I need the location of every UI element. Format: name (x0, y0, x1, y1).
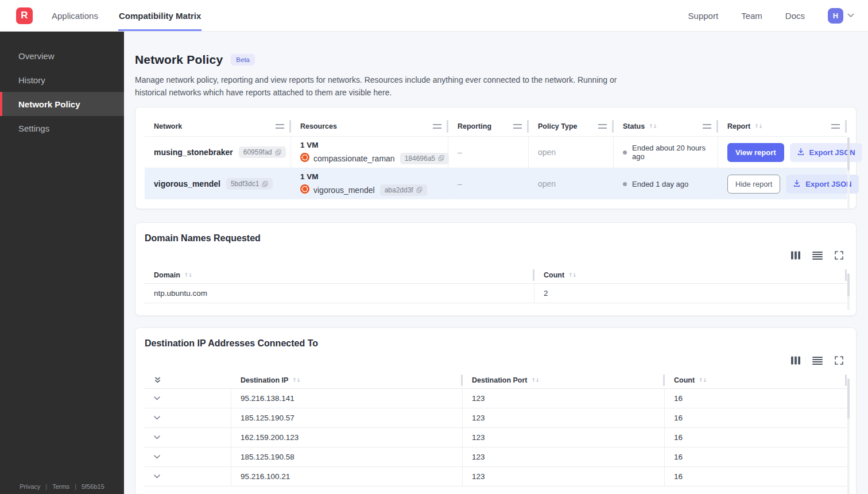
chevron-down-icon[interactable] (154, 474, 160, 478)
network-row: vigorous_mendel 5bdf3dc1 1 VM vigorous_m… (145, 168, 847, 199)
page-description: Manage network policy, reporting and vie… (135, 74, 643, 99)
sort-icon[interactable]: ↑↓ (184, 272, 192, 278)
column-header-expand-all (145, 372, 231, 388)
chevron-down-icon[interactable] (154, 435, 160, 439)
sidebar-item-network-policy[interactable]: Network Policy (0, 92, 124, 116)
copy-icon[interactable] (438, 155, 444, 161)
export-json-button[interactable]: Export JSON (790, 143, 862, 162)
table-scrollbar (847, 137, 850, 209)
sort-icon[interactable]: ↑↓ (532, 377, 540, 383)
destinations-toolbar (145, 356, 843, 365)
network-name: vigorous_mendel (154, 179, 220, 188)
report-cell: View report Export JSON (718, 137, 867, 168)
reporting-cell: – (448, 137, 529, 168)
app-logo[interactable]: R (16, 7, 33, 24)
expander-cell (145, 428, 231, 447)
count-cell: 16 (665, 467, 847, 486)
resource-name: vigorous_mendel (313, 186, 375, 195)
nav-tab-compatibility-matrix[interactable]: Compatibility Matrix (118, 0, 202, 31)
sidebar-item-history[interactable]: History (0, 68, 124, 92)
main-content: Network Policy Beta Manage network polic… (124, 32, 868, 494)
domain-row: ntp.ubuntu.com 2 (145, 284, 847, 303)
column-header-count[interactable]: Count ↑↓ (665, 372, 847, 388)
sort-icon[interactable]: ↑↓ (754, 123, 762, 129)
copy-icon[interactable] (275, 149, 281, 156)
nav-link-docs[interactable]: Docs (785, 11, 805, 21)
nav-link-support[interactable]: Support (688, 11, 719, 21)
download-icon (793, 179, 801, 189)
domain-cell: ntp.ubuntu.com (145, 284, 534, 303)
column-drag-handle-icon[interactable] (276, 124, 284, 129)
column-header-domain[interactable]: Domain ↑↓ (145, 267, 534, 283)
destination-row: 185.125.190.58 123 16 (145, 447, 847, 467)
destination-port-cell: 123 (463, 389, 665, 408)
column-drag-handle-icon[interactable] (513, 124, 522, 129)
column-drag-handle-icon[interactable] (433, 124, 441, 129)
policy-type-cell: open (529, 168, 614, 199)
download-icon (797, 148, 805, 157)
logo-letter: R (21, 10, 28, 21)
destination-port-cell: 123 (463, 428, 665, 447)
status-cell: Ended 1 day ago (614, 168, 718, 199)
columns-icon[interactable] (791, 251, 800, 260)
chevron-down-icon[interactable] (154, 455, 160, 459)
sidebar-item-overview[interactable]: Overview (0, 44, 124, 68)
scrollbar-thumb[interactable] (847, 273, 850, 296)
resources-cell: 1 VM compassionate_raman 184696a5 (291, 137, 448, 168)
terms-link[interactable]: Terms (52, 483, 69, 490)
user-avatar[interactable]: H (828, 8, 843, 24)
column-drag-handle-icon[interactable] (831, 124, 840, 129)
domains-table-header: Domain ↑↓ Count ↑↓ (145, 267, 847, 284)
rows-density-icon[interactable] (812, 357, 823, 365)
status-dot-icon (623, 182, 627, 186)
sidebar: Overview History Network Policy Settings… (0, 32, 124, 494)
scrollbar-thumb[interactable] (847, 137, 850, 171)
nav-link-team[interactable]: Team (741, 11, 762, 21)
hide-report-button[interactable]: Hide report (727, 175, 780, 194)
footer-divider: | (45, 483, 47, 490)
resource-name: compassionate_raman (313, 154, 395, 163)
sort-icon[interactable]: ↑↓ (568, 272, 576, 278)
fullscreen-icon[interactable] (835, 356, 843, 365)
destinations-table-header: Destination IP ↑↓ Destination Port ↑↓ Co… (145, 372, 847, 389)
networks-table-header: Network Resources Reporting Policy Type … (145, 116, 847, 136)
column-drag-handle-icon[interactable] (598, 124, 607, 129)
vm-count: 1 VM (300, 141, 319, 149)
fullscreen-icon[interactable] (835, 251, 843, 260)
page-title: Network Policy (135, 53, 223, 67)
column-header-report[interactable]: Report ↑↓ (718, 116, 847, 136)
sidebar-item-settings[interactable]: Settings (0, 116, 124, 140)
column-header-resources: Resources (291, 116, 448, 136)
chevron-down-icon[interactable] (154, 416, 160, 420)
count-cell: 16 (665, 389, 847, 408)
sort-icon[interactable]: ↑↓ (649, 123, 657, 129)
column-header-count[interactable]: Count ↑↓ (534, 267, 847, 283)
network-cell: vigorous_mendel 5bdf3dc1 (145, 168, 291, 199)
columns-icon[interactable] (791, 356, 800, 365)
column-header-destination-ip[interactable]: Destination IP ↑↓ (231, 372, 463, 388)
nav-tab-applications[interactable]: Applications (51, 0, 99, 31)
copy-icon[interactable] (416, 187, 423, 193)
column-header-status[interactable]: Status ↑↓ (614, 116, 718, 136)
destination-row: 162.159.200.123 123 16 (145, 428, 847, 447)
view-report-button[interactable]: View report (727, 143, 784, 162)
column-header-network: Network (145, 116, 291, 136)
privacy-link[interactable]: Privacy (20, 483, 40, 490)
scrollbar-thumb[interactable] (847, 379, 850, 419)
domains-card-title: Domain Names Requested (145, 233, 847, 244)
destination-ip-cell: 95.216.138.141 (231, 389, 463, 408)
status-text: Ended 1 day ago (632, 180, 688, 188)
chevron-down-icon[interactable] (847, 13, 854, 18)
destination-port-cell: 123 (463, 467, 665, 486)
sort-icon[interactable]: ↑↓ (699, 377, 707, 383)
expand-all-icon[interactable] (154, 376, 161, 384)
sort-icon[interactable]: ↑↓ (292, 377, 300, 383)
rows-density-icon[interactable] (812, 252, 823, 260)
destination-ip-cell: 162.159.200.123 (231, 428, 463, 447)
destination-ip-cell: 185.125.190.58 (231, 447, 463, 466)
network-cell: musing_stonebraker 60959fad (145, 137, 291, 168)
chevron-down-icon[interactable] (154, 396, 160, 400)
column-header-destination-port[interactable]: Destination Port ↑↓ (463, 372, 665, 388)
copy-icon[interactable] (262, 181, 268, 187)
column-drag-handle-icon[interactable] (703, 124, 711, 129)
